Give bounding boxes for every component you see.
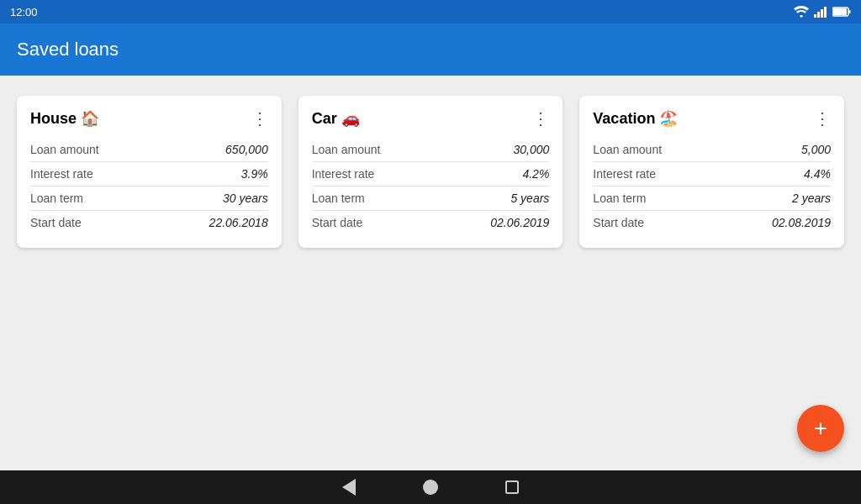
svg-rect-1 (817, 12, 820, 18)
svg-rect-5 (833, 8, 847, 15)
card-header: Vacation 🏖️⋮ (593, 109, 831, 128)
card-row: Interest rate3.9% (30, 162, 268, 186)
row-label: Loan term (593, 192, 646, 205)
card-row: Start date02.06.2019 (312, 211, 550, 234)
row-value: 02.08.2019 (772, 216, 831, 229)
time-display: 12:00 (10, 6, 38, 18)
signal-icon (814, 6, 827, 18)
row-label: Loan term (312, 192, 365, 205)
card-header: Car 🚗⋮ (312, 109, 550, 128)
row-label: Start date (312, 216, 363, 229)
row-value: 4.4% (804, 167, 831, 181)
nav-recents-button[interactable] (505, 480, 519, 494)
row-value: 22.06.2018 (209, 216, 268, 229)
row-label: Loan amount (312, 143, 381, 156)
bottom-nav-bar (0, 470, 861, 504)
svg-rect-3 (824, 7, 827, 18)
card-row: Start date02.08.2019 (593, 211, 831, 234)
more-options-car[interactable]: ⋮ (532, 110, 549, 127)
battery-icon (832, 7, 851, 17)
row-label: Start date (30, 216, 82, 229)
row-label: Interest rate (593, 167, 656, 181)
card-header: House 🏠⋮ (30, 109, 268, 128)
nav-home-button[interactable] (423, 480, 438, 495)
row-label: Loan term (30, 192, 83, 205)
card-title-house: House 🏠 (30, 109, 99, 128)
svg-rect-2 (821, 9, 823, 18)
more-options-house[interactable]: ⋮ (251, 110, 268, 127)
card-title-vacation: Vacation 🏖️ (593, 109, 678, 128)
loan-card-car[interactable]: Car 🚗⋮Loan amount30,000Interest rate4.2%… (298, 96, 563, 248)
loan-card-house[interactable]: House 🏠⋮Loan amount650,000Interest rate3… (17, 96, 282, 248)
row-value: 2 years (792, 192, 831, 205)
row-label: Interest rate (30, 167, 93, 181)
card-row: Loan amount30,000 (312, 138, 550, 162)
more-options-vacation[interactable]: ⋮ (814, 110, 831, 127)
status-icons (794, 6, 851, 18)
row-value: 4.2% (522, 167, 549, 181)
card-row: Interest rate4.4% (593, 162, 831, 186)
row-value: 02.06.2019 (490, 216, 549, 229)
loan-card-vacation[interactable]: Vacation 🏖️⋮Loan amount5,000Interest rat… (579, 96, 844, 248)
row-value: 5 years (510, 192, 549, 205)
card-row: Interest rate4.2% (312, 162, 550, 186)
app-bar-title: Saved loans (17, 39, 119, 60)
row-value: 650,000 (225, 143, 268, 156)
row-value: 30 years (223, 192, 268, 205)
card-row: Loan amount650,000 (30, 138, 268, 162)
row-value: 30,000 (514, 143, 550, 156)
row-label: Loan amount (593, 143, 662, 156)
card-row: Start date22.06.2018 (30, 211, 268, 234)
svg-rect-6 (849, 10, 851, 13)
card-row: Loan term5 years (312, 186, 550, 211)
row-value: 3.9% (241, 167, 268, 181)
card-row: Loan amount5,000 (593, 138, 831, 162)
nav-back-button[interactable] (342, 479, 356, 496)
card-row: Loan term2 years (593, 186, 831, 211)
wifi-icon (794, 6, 809, 18)
main-content: House 🏠⋮Loan amount650,000Interest rate3… (0, 76, 861, 470)
row-value: 5,000 (801, 143, 831, 156)
row-label: Loan amount (30, 143, 99, 156)
card-row: Loan term30 years (30, 186, 268, 211)
add-loan-fab[interactable]: + (797, 405, 844, 452)
svg-rect-0 (814, 14, 816, 18)
row-label: Interest rate (312, 167, 375, 181)
status-bar: 12:00 (0, 0, 861, 24)
app-bar: Saved loans (0, 24, 861, 76)
card-title-car: Car 🚗 (312, 109, 360, 128)
row-label: Start date (593, 216, 644, 229)
